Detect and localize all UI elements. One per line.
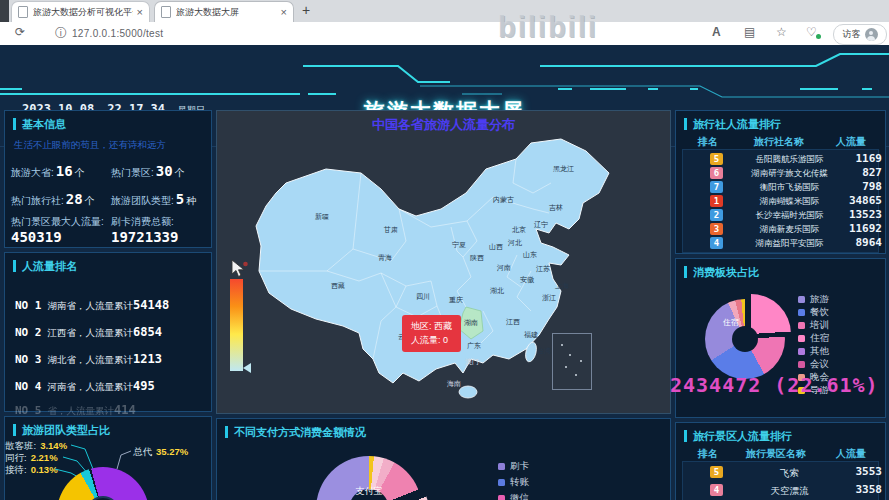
table-row: 5 飞索3553 <box>682 465 881 479</box>
mouse-cursor <box>231 259 249 279</box>
profile-label: 访客 <box>843 28 861 41</box>
panel-title: 旅行社人流量排行 <box>684 118 781 130</box>
province-label[interactable]: 广东 <box>467 341 481 351</box>
province-label[interactable]: 宁夏 <box>452 240 466 250</box>
favorites-star-icon[interactable]: ☆ <box>776 25 787 39</box>
tab-bar: 旅游大数据分析可视化平台 × 旅游大数据大屏 × + <box>0 0 889 22</box>
panel-title: 消费板块占比 <box>684 266 759 278</box>
province-label[interactable]: 山东 <box>523 250 537 260</box>
province-label[interactable]: 安徽 <box>520 275 534 285</box>
province-label[interactable]: 新疆 <box>315 212 329 222</box>
ranking-row: NO 3湖北省，人流量累计1213 <box>15 352 162 367</box>
rank-badge: 7 <box>710 181 723 193</box>
consume-value-overlay: 2434472 (22.61%) <box>670 373 879 397</box>
rank-badge: 4 <box>710 484 723 496</box>
url-text[interactable]: 127.0.0.1:5000/test <box>72 28 163 39</box>
south-china-sea-inset <box>552 333 592 390</box>
legend-item[interactable]: 餐饮 <box>798 306 829 319</box>
china-map[interactable] <box>231 121 671 413</box>
province-label[interactable]: 甘肃 <box>384 225 398 235</box>
ranking-row: NO 1湖南省，人流量累计54148 <box>15 298 169 313</box>
province-label[interactable]: 湖北 <box>490 286 504 296</box>
tab-title: 旅游大数据大屏 <box>176 6 277 19</box>
legend-swatch <box>498 479 505 486</box>
panel-title: 人流量排名 <box>13 260 77 272</box>
province-label[interactable]: 四川 <box>416 292 430 302</box>
page-favicon <box>18 6 28 18</box>
new-tab-button[interactable]: + <box>302 2 310 18</box>
rank-badge: 3 <box>710 223 723 235</box>
site-info-icon[interactable]: ⓘ <box>55 25 67 42</box>
stat-item: 热门景区:30个 <box>111 163 185 180</box>
province-label[interactable]: 北京 <box>512 225 526 235</box>
province-label[interactable]: 江苏 <box>536 264 550 274</box>
page-favicon <box>161 6 171 18</box>
rank-badge: 1 <box>710 195 723 207</box>
stat-item: 旅游大省:16个 <box>11 163 85 180</box>
column-header: 人流量 <box>836 135 866 149</box>
profile-button[interactable]: 访客 <box>833 24 887 45</box>
legend-item[interactable]: 其他 <box>798 345 829 358</box>
province-label[interactable]: 福建 <box>524 330 538 340</box>
split-screen-icon[interactable]: ▤ <box>744 25 755 39</box>
legend-item[interactable]: 培训 <box>798 319 829 332</box>
panel-agency-ranking: 旅行社人流量排行 排名 旅行社名称 人流量 5 岳阳腾航乐游国际1169 6 湖… <box>675 110 886 254</box>
province-label[interactable]: 重庆 <box>449 295 463 305</box>
province-label[interactable]: 西藏 <box>331 281 345 291</box>
panel-title: 不同支付方式消费金额情况 <box>225 426 366 438</box>
legend-item[interactable]: 刷卡 <box>498 460 529 473</box>
hainan-island <box>459 386 477 398</box>
stat-item: 刷卡消费总额: <box>111 215 174 229</box>
panel-basic-info: 基本信息 生活不止眼前的苟且，还有诗和远方 旅游大省:16个 热门景区:30个 … <box>4 110 212 248</box>
tab-platform[interactable]: 旅游大数据分析可视化平台 × <box>11 1 150 22</box>
basic-info-subtitle: 生活不止眼前的苟且，还有诗和远方 <box>14 139 166 152</box>
column-header: 人流量 <box>836 447 866 461</box>
province-label[interactable]: 青海 <box>378 253 392 263</box>
avatar <box>865 28 878 41</box>
province-label[interactable]: 内蒙古 <box>493 195 514 205</box>
legend-swatch <box>498 495 505 500</box>
province-label[interactable]: 吉林 <box>549 203 563 213</box>
province-label[interactable]: 辽宁 <box>534 220 548 230</box>
province-label[interactable]: 澳门 <box>465 357 479 367</box>
legend-item[interactable]: 转账 <box>498 476 529 489</box>
legend-item[interactable]: 微信 <box>498 492 529 500</box>
donut-center-label: 住宿 <box>723 317 739 328</box>
legend-item[interactable]: 旅游 <box>798 293 829 306</box>
province-label[interactable]: 台湾 <box>537 346 551 356</box>
panel-flow-ranking: 人流量排名 NO 1湖南省，人流量累计54148 NO 2江西省，人流量累计68… <box>4 252 212 412</box>
reload-icon[interactable]: ⟳ <box>15 25 25 39</box>
read-aloud-icon[interactable]: A <box>712 25 721 39</box>
table-row: 4 湖南益阳平安国际8964 <box>682 236 881 250</box>
visualmap-gradient[interactable] <box>230 279 243 371</box>
visualmap-handle[interactable] <box>243 363 251 373</box>
panel-china-map: 中国各省旅游人流量分布 <box>216 110 671 414</box>
tab-dashboard[interactable]: 旅游大数据大屏 × <box>154 1 294 22</box>
province-label[interactable]: 浙江 <box>542 293 556 303</box>
province-label[interactable]: 黑龙江 <box>553 164 574 174</box>
province-label[interactable]: 江西 <box>506 317 520 327</box>
browser-window: 旅游大数据分析可视化平台 × 旅游大数据大屏 × + ⟳ ⓘ 127.0.0.1… <box>0 0 889 500</box>
province-label[interactable]: 湖南 <box>464 318 478 328</box>
tab-close-icon[interactable]: × <box>281 6 287 18</box>
rank-badge: 5 <box>710 466 723 478</box>
tab-close-icon[interactable]: × <box>137 6 143 18</box>
legend-item[interactable]: 住宿 <box>798 332 829 345</box>
table-row: 7 衡阳市飞扬国际798 <box>682 180 881 194</box>
legend-item[interactable]: 会议 <box>798 358 829 371</box>
panel-scenic-ranking: 旅行景区人流量排行 排名 旅行景区名称 人流量 5 飞索3553 4 天空漂流3… <box>675 422 886 500</box>
rank-badge: 2 <box>710 209 723 221</box>
ranking-row: NO 4河南省，人流量累计495 <box>15 379 155 394</box>
province-label[interactable]: 山西 <box>489 242 503 252</box>
table-row: 2 长沙幸福时光国际13523 <box>682 208 881 222</box>
province-label[interactable]: 海南 <box>447 379 461 389</box>
province-label[interactable]: 河北 <box>508 238 522 248</box>
province-label[interactable]: 陕西 <box>470 253 484 263</box>
table-row: 6 湖南研学旅文化传媒827 <box>682 166 881 180</box>
province-label[interactable]: 上海 <box>555 281 569 291</box>
dashboard: 2023 10 08 22 17 34 星期日 旅游大数据大屏 基本信息 生活不… <box>0 45 889 500</box>
address-bar: ⟳ ⓘ 127.0.0.1:5000/test A ▤ ☆ ♡ 访客 <box>0 22 889 46</box>
panel-title: 基本信息 <box>13 118 66 130</box>
column-header: 旅行景区名称 <box>746 447 806 461</box>
province-label[interactable]: 河南 <box>497 263 511 273</box>
